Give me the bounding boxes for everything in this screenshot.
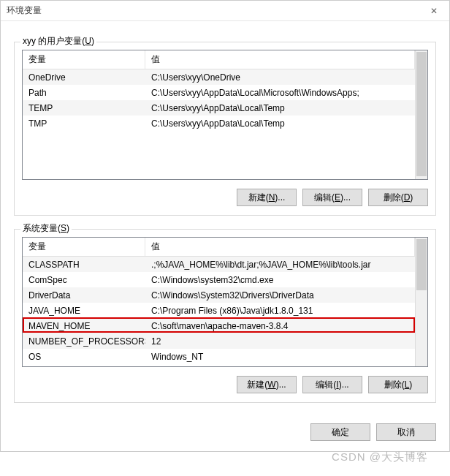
table-row[interactable]: TEMPC:\Users\xyy\AppData\Local\Temp: [23, 100, 415, 116]
system-variables-label: 系统变量(S): [20, 222, 72, 235]
var-value: .;%JAVA_HOME%\lib\dt.jar;%JAVA_HOME%\lib…: [145, 260, 415, 270]
system-variables-list[interactable]: 变量 值 CLASSPATH.;%JAVA_HOME%\lib\dt.jar;%…: [22, 237, 428, 367]
table-row[interactable]: JAVA_HOMEC:\Program Files (x86)\Java\jdk…: [23, 303, 415, 318]
cancel-button[interactable]: 取消: [376, 423, 436, 441]
var-value: C:\Windows\system32\cmd.exe: [145, 275, 415, 285]
user-scrollbar[interactable]: [415, 50, 427, 179]
table-row[interactable]: OneDriveC:\Users\xyy\OneDrive: [23, 69, 415, 85]
titlebar: 环境变量 ✕: [1, 1, 449, 21]
table-row[interactable]: DriverDataC:\Windows\System32\Drivers\Dr…: [23, 287, 415, 303]
var-value: C:\Users\xyy\AppData\Local\Temp: [145, 118, 415, 129]
close-button[interactable]: ✕: [419, 1, 449, 20]
var-name: DriverData: [23, 290, 145, 301]
system-new-button[interactable]: 新建(W)...: [237, 376, 297, 393]
var-value: C:\Program Files (x86)\Java\jdk1.8.0_131: [145, 306, 415, 316]
system-variables-group: 系统变量(S) 变量 值 CLASSPATH.;%JAVA_HOME%\lib\…: [14, 229, 436, 403]
user-button-row: 新建(N)... 编辑(E)... 删除(D): [22, 189, 428, 206]
col-header-value[interactable]: 值: [145, 50, 415, 69]
var-value: 12: [145, 336, 415, 347]
system-list-header: 变量 值: [23, 238, 415, 257]
table-row[interactable]: CLASSPATH.;%JAVA_HOME%\lib\dt.jar;%JAVA_…: [23, 257, 415, 272]
system-delete-button[interactable]: 删除(L): [368, 376, 428, 393]
table-row[interactable]: PathC:\Users\xyy\AppData\Local\Microsoft…: [23, 85, 415, 100]
var-name: NUMBER_OF_PROCESSORS: [23, 336, 145, 347]
var-value: C:\soft\maven\apache-maven-3.8.4: [145, 321, 415, 331]
system-scrollbar[interactable]: [415, 238, 427, 366]
var-name: Path: [23, 88, 145, 98]
var-value: C:\Users\xyy\AppData\Local\Microsoft\Win…: [145, 88, 415, 98]
table-row[interactable]: ComSpecC:\Windows\system32\cmd.exe: [23, 272, 415, 287]
user-new-button[interactable]: 新建(N)...: [237, 189, 297, 206]
close-icon: ✕: [430, 6, 438, 16]
var-value: C:\Users\xyy\AppData\Local\Temp: [145, 103, 415, 113]
var-name: TMP: [23, 118, 145, 129]
var-name: ComSpec: [23, 275, 145, 285]
var-name: OneDrive: [23, 72, 145, 83]
ok-button[interactable]: 确定: [310, 423, 370, 441]
col-header-name[interactable]: 变量: [23, 238, 145, 256]
table-row[interactable]: OSWindows_NT: [23, 349, 415, 364]
dialog-button-row: 确定 取消: [1, 413, 449, 451]
user-edit-button[interactable]: 编辑(E)...: [302, 189, 362, 206]
env-var-dialog: 环境变量 ✕ xyy 的用户变量(U) 变量 值 OneDriveC:\User…: [0, 0, 450, 452]
user-variables-group: xyy 的用户变量(U) 变量 值 OneDriveC:\Users\xyy\O…: [14, 42, 436, 216]
var-name: JAVA_HOME: [23, 306, 145, 316]
system-button-row: 新建(W)... 编辑(I)... 删除(L): [22, 376, 428, 393]
system-scrollbar-thumb[interactable]: [416, 239, 427, 290]
watermark: CSDN @大头博客: [332, 450, 428, 464]
user-list-header: 变量 值: [23, 50, 415, 69]
var-value: Windows_NT: [145, 352, 415, 362]
user-delete-button[interactable]: 删除(D): [368, 189, 428, 206]
system-edit-button[interactable]: 编辑(I)...: [302, 376, 362, 393]
var-name: OS: [23, 352, 145, 362]
col-header-name[interactable]: 变量: [23, 50, 145, 69]
var-name: MAVEN_HOME: [23, 321, 145, 331]
user-variables-label: xyy 的用户变量(U): [20, 35, 96, 48]
user-scrollbar-thumb[interactable]: [416, 52, 427, 176]
var-name: TEMP: [23, 103, 145, 113]
col-header-value[interactable]: 值: [145, 238, 415, 256]
var-name: CLASSPATH: [23, 260, 145, 270]
var-value: C:\Users\xyy\OneDrive: [145, 72, 415, 83]
var-value: C:\Windows\System32\Drivers\DriverData: [145, 290, 415, 301]
user-variables-list[interactable]: 变量 值 OneDriveC:\Users\xyy\OneDrivePathC:…: [22, 50, 428, 180]
table-row[interactable]: NUMBER_OF_PROCESSORS12: [23, 333, 415, 349]
table-row[interactable]: MAVEN_HOMEC:\soft\maven\apache-maven-3.8…: [23, 318, 415, 333]
window-title: 环境变量: [7, 4, 42, 17]
dialog-body: xyy 的用户变量(U) 变量 值 OneDriveC:\Users\xyy\O…: [1, 21, 449, 413]
table-row[interactable]: TMPC:\Users\xyy\AppData\Local\Temp: [23, 116, 415, 131]
